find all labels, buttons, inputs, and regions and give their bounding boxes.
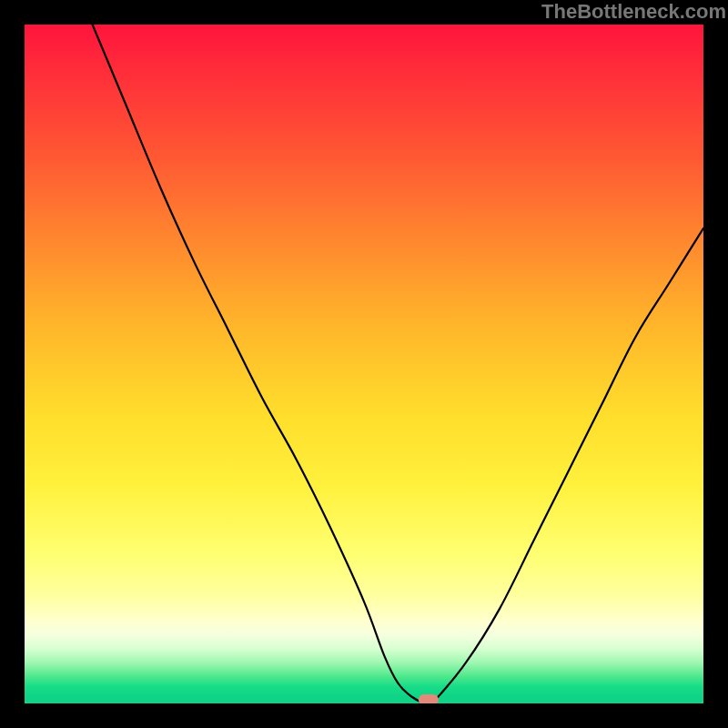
watermark-text: TheBottleneck.com	[541, 0, 728, 24]
chart-overlay	[25, 25, 703, 703]
chart-container: TheBottleneck.com	[0, 0, 728, 728]
bottleneck-curve	[93, 25, 703, 703]
optimum-marker	[419, 694, 439, 703]
